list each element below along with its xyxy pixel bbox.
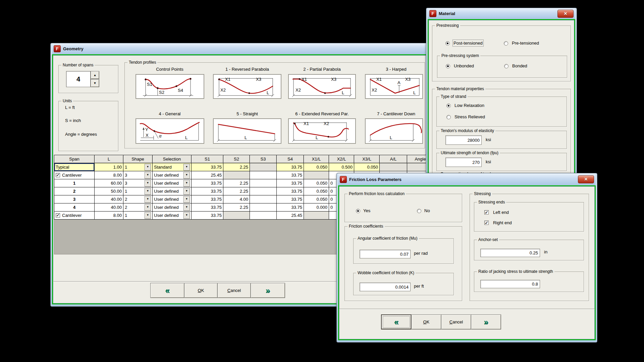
friction-titlebar[interactable]: F Friction Loss Parameters ✕: [338, 173, 596, 185]
cell-s3[interactable]: [250, 179, 277, 187]
friction-back-button[interactable]: «: [381, 314, 412, 329]
cell-s1[interactable]: 33.75: [192, 212, 223, 220]
cell-l[interactable]: 1.00: [95, 163, 123, 171]
pre-tensioned-radio-label[interactable]: Pre-tensioned: [512, 41, 539, 46]
cell-l[interactable]: 8.00: [95, 212, 123, 220]
cell-s1[interactable]: 33.75: [192, 203, 223, 212]
cell-shape[interactable]: 2▼: [123, 195, 153, 203]
spans-spinner-up-button[interactable]: ▲: [91, 71, 99, 79]
cell-x1l[interactable]: 0.050: [304, 187, 329, 195]
cell-s2[interactable]: [223, 171, 250, 179]
dropdown-arrow-icon[interactable]: ▼: [183, 164, 190, 171]
geometry-cancel-button[interactable]: Cancel: [217, 283, 251, 298]
pre-tensioned-radio[interactable]: [504, 41, 508, 46]
right-end-checkbox-label[interactable]: Right end: [493, 220, 512, 225]
dropdown-arrow-icon[interactable]: ▼: [183, 180, 190, 187]
cell-x1l[interactable]: 0.050: [304, 163, 329, 171]
ultimate-strength-field[interactable]: 270: [445, 158, 482, 167]
cell-s4[interactable]: 25.45: [277, 212, 304, 220]
dropdown-arrow-icon[interactable]: ▼: [183, 196, 190, 203]
jacking-ratio-field[interactable]: 0.8: [480, 280, 540, 288]
cell-s1[interactable]: 33.75: [192, 163, 223, 171]
modulus-field[interactable]: 28000: [445, 135, 482, 145]
dropdown-arrow-icon[interactable]: ▼: [145, 180, 151, 187]
cantilever-checkbox[interactable]: ✓: [56, 213, 60, 218]
wobble-coefficient-field[interactable]: 0.0014: [360, 283, 411, 291]
post-tensioned-radio-label[interactable]: Post-tensioned: [453, 41, 483, 46]
friction-yes-radio[interactable]: [356, 209, 360, 213]
cell-selection[interactable]: Standard▼: [153, 163, 192, 171]
material-titlebar[interactable]: F Material ✕: [428, 8, 575, 19]
dropdown-arrow-icon[interactable]: ▼: [183, 172, 190, 179]
cell-l[interactable]: 60.00: [95, 179, 123, 187]
cell-s3[interactable]: [250, 212, 277, 220]
cell-span[interactable]: Typical: [54, 163, 95, 171]
cell-span[interactable]: 4: [54, 203, 95, 212]
cell-s4[interactable]: 33.75: [277, 179, 304, 187]
cell-selection[interactable]: User defined▼: [153, 195, 192, 203]
cell-l[interactable]: 40.00: [95, 195, 123, 203]
cell-s1[interactable]: 33.75: [192, 187, 223, 195]
cell-span[interactable]: 2: [54, 187, 95, 195]
number-of-spans-field[interactable]: 4: [66, 71, 91, 87]
cell-s2[interactable]: 2.25: [223, 179, 250, 187]
dropdown-arrow-icon[interactable]: ▼: [145, 188, 151, 195]
cell-shape[interactable]: 1▼: [123, 212, 153, 220]
cell-s3[interactable]: [250, 203, 277, 212]
cell-s3[interactable]: [250, 187, 277, 195]
stress-relieved-radio[interactable]: [446, 115, 451, 119]
dropdown-arrow-icon[interactable]: ▼: [145, 196, 151, 203]
post-tensioned-radio[interactable]: [445, 41, 450, 46]
dropdown-arrow-icon[interactable]: ▼: [145, 212, 151, 219]
cell-shape[interactable]: 1▼: [123, 163, 153, 171]
cell-s2[interactable]: [223, 212, 250, 220]
cell-s1[interactable]: 33.75: [192, 179, 223, 187]
friction-cancel-button[interactable]: Cancel: [441, 314, 471, 329]
cell-shape[interactable]: 2▼: [123, 203, 153, 212]
angular-coefficient-field[interactable]: 0.07: [360, 250, 411, 258]
bonded-radio[interactable]: [504, 64, 508, 68]
geometry-ok-button[interactable]: OK: [184, 283, 218, 298]
cell-span[interactable]: 3: [54, 195, 95, 203]
dropdown-arrow-icon[interactable]: ▼: [183, 188, 190, 195]
cell-s3[interactable]: [250, 171, 277, 179]
material-close-button[interactable]: ✕: [557, 10, 574, 18]
cell-selection[interactable]: User defined▼: [153, 203, 192, 212]
cell-x1l[interactable]: 0.050: [304, 179, 329, 187]
cell-s3[interactable]: [250, 163, 277, 171]
friction-forward-button[interactable]: »: [471, 314, 501, 329]
dropdown-arrow-icon[interactable]: ▼: [183, 204, 190, 211]
cell-s3[interactable]: [250, 195, 277, 203]
friction-no-radio-label[interactable]: No: [424, 208, 430, 213]
cell-s2[interactable]: 2.25: [223, 203, 250, 212]
cell-l[interactable]: 50.00: [95, 187, 123, 195]
anchor-set-field[interactable]: 0.25: [480, 249, 540, 257]
cell-x3l[interactable]: 0.050: [354, 163, 380, 171]
cell-selection[interactable]: User defined▼: [153, 212, 192, 220]
low-relaxation-radio[interactable]: [446, 104, 451, 108]
cell-selection[interactable]: User defined▼: [153, 187, 192, 195]
cell-selection[interactable]: User defined▼: [153, 179, 192, 187]
geometry-forward-button[interactable]: »: [251, 283, 285, 298]
cell-s4[interactable]: 33.75: [277, 163, 304, 171]
cell-x1l[interactable]: 0.050: [304, 195, 329, 203]
geometry-titlebar[interactable]: F Geometry: [52, 43, 427, 54]
cell-span[interactable]: 1: [54, 179, 95, 187]
dropdown-arrow-icon[interactable]: ▼: [145, 204, 151, 211]
dropdown-arrow-icon[interactable]: ▼: [145, 164, 151, 171]
cell-angle[interactable]: [407, 163, 426, 171]
left-end-checkbox[interactable]: ✓: [484, 210, 489, 215]
cell-l[interactable]: 8.00: [95, 171, 123, 179]
unbonded-radio[interactable]: [446, 64, 450, 68]
cell-s1[interactable]: 33.75: [192, 195, 223, 203]
cell-shape[interactable]: 3▼: [123, 179, 153, 187]
unbonded-radio-label[interactable]: Unbonded: [454, 63, 474, 68]
cell-span[interactable]: ✓Cantilever: [54, 212, 95, 220]
cell-s2[interactable]: 2.25: [223, 187, 250, 195]
cell-shape[interactable]: 3▼: [123, 171, 153, 179]
dropdown-arrow-icon[interactable]: ▼: [183, 212, 190, 219]
cell-x1l[interactable]: [304, 171, 329, 179]
cell-s4[interactable]: 33.75: [277, 187, 304, 195]
cell-s4[interactable]: 33.75: [277, 195, 304, 203]
cell-s2[interactable]: 4.00: [223, 195, 250, 203]
